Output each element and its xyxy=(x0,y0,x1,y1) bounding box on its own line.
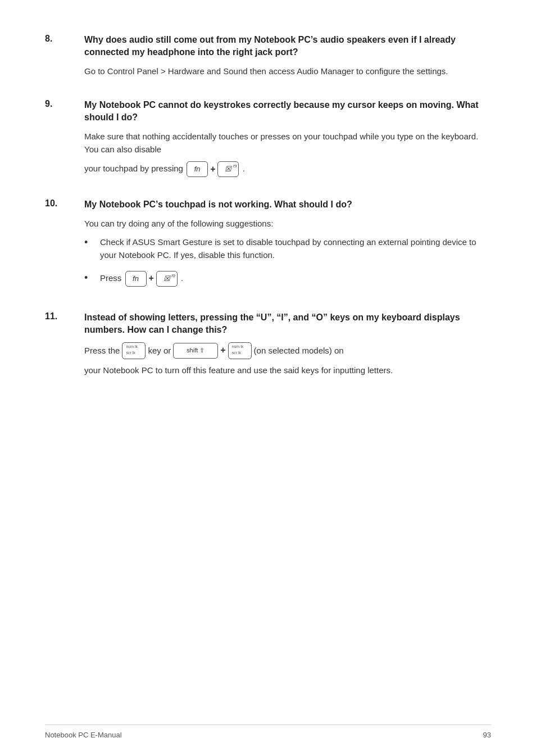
shift-label: shift ⇧ xyxy=(187,346,205,355)
section-10-bullets: • Check if ASUS Smart Gesture is set to … xyxy=(84,236,491,287)
section-9-key-line: your touchpad by pressing fn + f9 ☒ . xyxy=(84,161,491,177)
footer-right: 93 xyxy=(483,731,491,739)
section-11-content: Instead of showing letters, pressing the… xyxy=(84,311,491,383)
shift-key: shift ⇧ xyxy=(173,343,218,359)
num-lk-label-2: num lk xyxy=(232,344,244,350)
bullet-dot-2: • xyxy=(84,271,96,287)
footer-left: Notebook PC E-Manual xyxy=(45,731,122,739)
bullet-dot-1: • xyxy=(84,236,96,262)
fn-f9-combo-10: fn + f9 ☒ xyxy=(125,271,178,287)
section-11-title: Instead of showing letters, pressing the… xyxy=(84,311,491,337)
fn-label-10: fn xyxy=(133,273,139,284)
num-lk-top-labels-1: num lk xyxy=(126,344,142,350)
section-9-text-prefix: Make sure that nothing accidentally touc… xyxy=(84,130,491,156)
section-8-body: Go to Control Panel > Hardware and Sound… xyxy=(84,65,491,78)
section-8-content: Why does audio still come out from my No… xyxy=(84,34,491,83)
bullet-text-2: Press fn + f9 ☒ . xyxy=(100,271,491,287)
section-9-number: 9. xyxy=(45,99,84,183)
section-8-number: 8. xyxy=(45,34,84,83)
section-10-text: You can try doing any of the following s… xyxy=(84,217,491,230)
bullet-item-1: • Check if ASUS Smart Gesture is set to … xyxy=(84,236,491,262)
plus-sign-9: + xyxy=(210,162,215,176)
fn-f9-combo-9: fn + f9 ☒ xyxy=(187,161,239,177)
scr-lk-top-labels-1: scr lk xyxy=(126,350,142,356)
section-8-title: Why does audio still come out from my No… xyxy=(84,34,491,59)
section-10: 10. My Notebook PC’s touchpad is not wor… xyxy=(45,198,491,295)
section-10-content: My Notebook PC’s touchpad is not working… xyxy=(84,198,491,295)
f9-key-9: f9 ☒ xyxy=(217,161,239,177)
num-lk-top-labels-2: num lk xyxy=(232,344,248,350)
plus-sign-11: + xyxy=(220,343,225,357)
press-the-label: Press the xyxy=(84,344,120,357)
section-9-body: Make sure that nothing accidentally touc… xyxy=(84,130,491,178)
section-9-text-suffix: your touchpad by pressing xyxy=(84,164,183,173)
plus-sign-10: + xyxy=(149,271,154,286)
f9-key-10: f9 ☒ xyxy=(156,271,178,287)
section-10-body: You can try doing any of the following s… xyxy=(84,217,491,287)
section-8: 8. Why does audio still come out from my… xyxy=(45,34,491,83)
section-11-key-line: Press the num lk scr lk key or shift ⇧ xyxy=(84,342,491,360)
section-9-content: My Notebook PC cannot do keystrokes corr… xyxy=(84,99,491,183)
bullet-item-2: • Press fn + f9 ☒ xyxy=(84,271,491,287)
section-10-number: 10. xyxy=(45,198,84,295)
fn-label-9: fn xyxy=(194,164,201,175)
section-11: 11. Instead of showing letters, pressing… xyxy=(45,311,491,383)
scr-lk-top-labels-2: scr lk xyxy=(232,350,248,356)
touchpad-icon-9: ☒ xyxy=(225,164,231,175)
section-9-title: My Notebook PC cannot do keystrokes corr… xyxy=(84,99,491,124)
section-11-body: Press the num lk scr lk key or shift ⇧ xyxy=(84,342,491,377)
page-footer: Notebook PC E-Manual 93 xyxy=(45,725,491,739)
f9-sub-label-10: f9 xyxy=(171,273,175,279)
section-9: 9. My Notebook PC cannot do keystrokes c… xyxy=(45,99,491,183)
key-or-label: key or xyxy=(148,344,171,357)
section-11-number: 11. xyxy=(45,311,84,383)
section-8-text: Go to Control Panel > Hardware and Sound… xyxy=(84,65,491,78)
scr-lk-label-2: scr lk xyxy=(232,350,241,356)
on-selected-label: (on selected models) on xyxy=(254,344,344,357)
page-content: 8. Why does audio still come out from my… xyxy=(0,0,536,443)
num-lk-key-2: num lk scr lk xyxy=(228,342,252,360)
touchpad-icon-10: ☒ xyxy=(163,273,170,284)
bullet-text-1: Check if ASUS Smart Gesture is set to di… xyxy=(100,236,491,262)
num-lk-label-1: num lk xyxy=(126,344,138,350)
section-10-title: My Notebook PC’s touchpad is not working… xyxy=(84,198,491,211)
fn-key-10: fn xyxy=(125,271,147,287)
section-11-text-end: your Notebook PC to turn off this featur… xyxy=(84,364,491,377)
press-label-10: Press xyxy=(100,273,121,283)
scr-lk-label-1: scr lk xyxy=(126,350,135,356)
num-lk-key-1: num lk scr lk xyxy=(122,342,146,360)
f9-sub-label-9: f9 xyxy=(233,163,237,170)
fn-key-9: fn xyxy=(187,161,208,177)
